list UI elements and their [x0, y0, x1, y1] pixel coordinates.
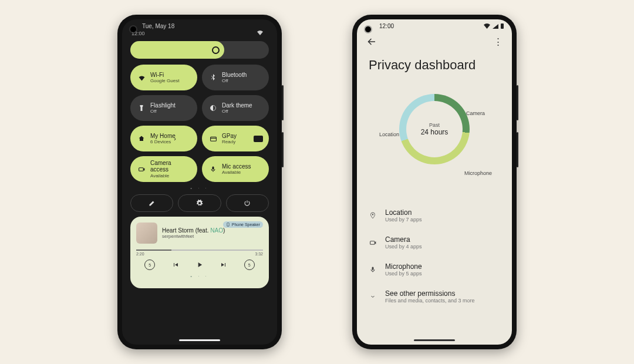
row-subtitle: Used by 5 apps: [385, 271, 422, 277]
phone-privacy-dashboard: 12:00 ⋮ Privacy dashboard Past 24 hours: [352, 15, 517, 349]
time-elapsed: 2:20: [136, 252, 144, 256]
tile-title: Camera access: [150, 160, 190, 173]
camera-icon: [369, 239, 377, 247]
track-artist: serpentwithfeet: [162, 234, 225, 239]
donut-legend-microphone: Microphone: [464, 170, 492, 176]
svg-rect-9: [372, 267, 374, 271]
edit-tiles-button[interactable]: [130, 194, 173, 212]
wifi-status-icon: [484, 23, 490, 29]
seek-bar[interactable]: [136, 250, 263, 251]
svg-rect-5: [227, 223, 229, 227]
card-icon: [254, 136, 263, 142]
tile-gpay[interactable]: GPayReady: [202, 126, 269, 151]
wifi-icon: [137, 73, 146, 82]
play-button[interactable]: [195, 261, 204, 269]
permission-list: LocationUsed by 7 appsCameraUsed by 4 ap…: [357, 200, 512, 312]
tile-title: Wi-Fi: [150, 72, 179, 79]
punch-hole-camera: [365, 26, 371, 32]
svg-rect-3: [139, 167, 143, 170]
donut-label-top: Past: [429, 122, 440, 128]
svg-rect-2: [210, 137, 216, 138]
media-player-card[interactable]: Heart Storm (feat. NAO) serpentwithfeet …: [130, 217, 269, 288]
tile-title: Mic access: [222, 163, 251, 170]
power-button[interactable]: [226, 194, 269, 212]
wallet-icon: [209, 134, 217, 143]
svg-point-6: [228, 225, 228, 226]
svg-rect-4: [213, 167, 214, 170]
mic-icon: [209, 165, 217, 173]
overflow-menu-button[interactable]: ⋮: [494, 40, 503, 43]
camera-icon: [137, 165, 146, 173]
back-button[interactable]: [366, 36, 377, 47]
row-title: Camera: [385, 235, 422, 244]
mic-icon: [369, 266, 377, 273]
settings-button[interactable]: [178, 194, 221, 212]
signal-status-icon: [493, 24, 498, 29]
battery-status-icon: [501, 23, 504, 29]
tile-dark-theme[interactable]: Dark themeOff: [202, 95, 269, 121]
output-chip[interactable]: Phone Speaker: [223, 221, 263, 228]
tile-subtitle: Ready: [222, 139, 237, 144]
tile-title: GPay: [222, 133, 237, 140]
chevron-right-icon: ›: [174, 135, 176, 142]
tile-subtitle: 6 Devices: [150, 139, 176, 144]
tile-subtitle: Google Guest: [150, 78, 179, 83]
previous-button[interactable]: [172, 261, 179, 268]
tile-title: Dark theme: [222, 102, 252, 109]
status-time: 12:00: [377, 23, 394, 29]
donut-label-bottom: 24 hours: [421, 128, 448, 136]
row-title: Microphone: [385, 262, 422, 271]
expand-icon: [369, 293, 377, 300]
svg-point-7: [372, 214, 373, 215]
punch-hole-camera: [130, 26, 136, 32]
output-label: Phone Speaker: [232, 223, 260, 227]
quick-settings-tiles: Wi-FiGoogle GuestBluetoothOffFlashlightO…: [122, 65, 277, 182]
row-subtitle: Used by 4 apps: [385, 244, 422, 250]
svg-rect-8: [370, 241, 375, 244]
time-duration: 3:32: [255, 252, 263, 256]
home-icon: [137, 134, 146, 143]
rewind-button[interactable]: 5: [144, 259, 155, 270]
svg-rect-1: [210, 137, 216, 141]
media-page-indicator: • · ·: [136, 270, 263, 282]
permission-row-camera[interactable]: CameraUsed by 4 apps: [369, 229, 500, 256]
tile-bluetooth[interactable]: BluetoothOff: [202, 65, 269, 90]
next-button[interactable]: [220, 261, 227, 268]
bluetooth-icon: [209, 73, 217, 82]
album-art: [136, 223, 157, 244]
donut-legend-location: Location: [379, 132, 399, 137]
tile-subtitle: Available: [222, 170, 251, 175]
usage-donut-chart: Past 24 hours Camera Microphone Location: [387, 94, 481, 188]
phone-quick-settings: Tue, May 18 12:00 Wi-FiGoogle GuestBluet…: [117, 15, 282, 349]
tile-subtitle: Off: [150, 109, 176, 114]
tile-title: My Home: [150, 133, 176, 140]
status-icons: [484, 23, 504, 29]
permission-row-microphone[interactable]: MicrophoneUsed by 5 apps: [369, 256, 500, 283]
tile-my-home[interactable]: My Home6 Devices›: [130, 126, 197, 151]
brightness-icon: [212, 46, 220, 54]
gesture-nav-pill[interactable]: [414, 339, 455, 341]
tile-subtitle: Off: [222, 78, 247, 83]
page-title: Privacy dashboard: [357, 50, 512, 82]
tile-subtitle: Available: [150, 173, 190, 178]
tile-title: Flashlight: [150, 102, 176, 109]
dark-icon: [209, 104, 217, 112]
row-title: Location: [385, 208, 422, 217]
forward-button[interactable]: 5: [244, 259, 255, 270]
track-title: Heart Storm (feat. NAO): [162, 227, 225, 234]
page-indicator: • · ·: [122, 182, 277, 194]
tile-title: Bluetooth: [222, 72, 247, 79]
tile-subtitle: Off: [222, 109, 252, 114]
brightness-slider[interactable]: [130, 41, 269, 59]
tile-wi-fi[interactable]: Wi-FiGoogle Guest: [130, 65, 197, 90]
status-bar: Tue, May 18: [122, 19, 277, 31]
tile-mic-access[interactable]: Mic accessAvailable: [202, 156, 269, 182]
flashlight-icon: [137, 104, 146, 112]
permission-row-location[interactable]: LocationUsed by 7 apps: [369, 202, 500, 229]
tile-camera-access[interactable]: Camera accessAvailable: [130, 156, 197, 182]
row-subtitle: Files and media, contacts, and 3 more: [385, 298, 475, 304]
wifi-status-icon: [257, 31, 263, 36]
permission-row-see-other-permissions[interactable]: See other permissionsFiles and media, co…: [369, 283, 500, 310]
gesture-nav-pill[interactable]: [179, 339, 220, 341]
tile-flashlight[interactable]: FlashlightOff: [130, 95, 197, 121]
